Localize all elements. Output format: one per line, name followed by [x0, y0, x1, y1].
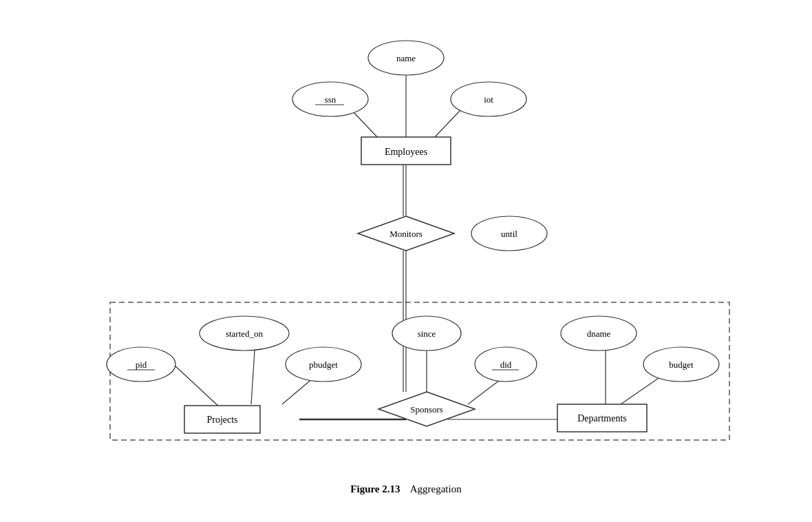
figure-caption: Figure 2.13 Aggregation — [350, 483, 461, 495]
attr-since-label: since — [418, 328, 436, 339]
entity-employees-label: Employees — [385, 147, 427, 157]
svg-line-8 — [173, 364, 222, 409]
entity-departments-label: Departments — [577, 413, 627, 424]
er-diagram: name ssn iot Employees Monitors until pi… — [62, 20, 750, 502]
attr-until-label: until — [501, 229, 517, 239]
attr-pbudget-label: pbudget — [309, 359, 338, 370]
figure-number: Figure 2.13 — [350, 483, 400, 494]
attr-iot-label: iot — [484, 94, 493, 105]
svg-line-14 — [621, 377, 661, 404]
svg-line-10 — [282, 378, 313, 404]
svg-line-12 — [468, 378, 502, 404]
attr-started-on-label: started_on — [226, 328, 264, 339]
svg-line-9 — [251, 351, 255, 404]
rel-monitors-label: Monitors — [389, 229, 423, 239]
svg-line-2 — [434, 109, 461, 138]
attr-budget-label: budget — [669, 359, 694, 370]
attr-name-label: name — [396, 53, 416, 63]
attr-did-label: did — [500, 359, 512, 370]
attr-ssn-label: ssn — [325, 94, 336, 105]
rel-sponsors-label: Sponsors — [410, 404, 443, 415]
entity-projects-label: Projects — [206, 415, 237, 425]
attr-pid-label: pid — [136, 359, 147, 370]
svg-line-1 — [351, 109, 378, 138]
figure-description: Aggregation — [410, 483, 462, 494]
attr-dname-label: dname — [587, 328, 611, 339]
